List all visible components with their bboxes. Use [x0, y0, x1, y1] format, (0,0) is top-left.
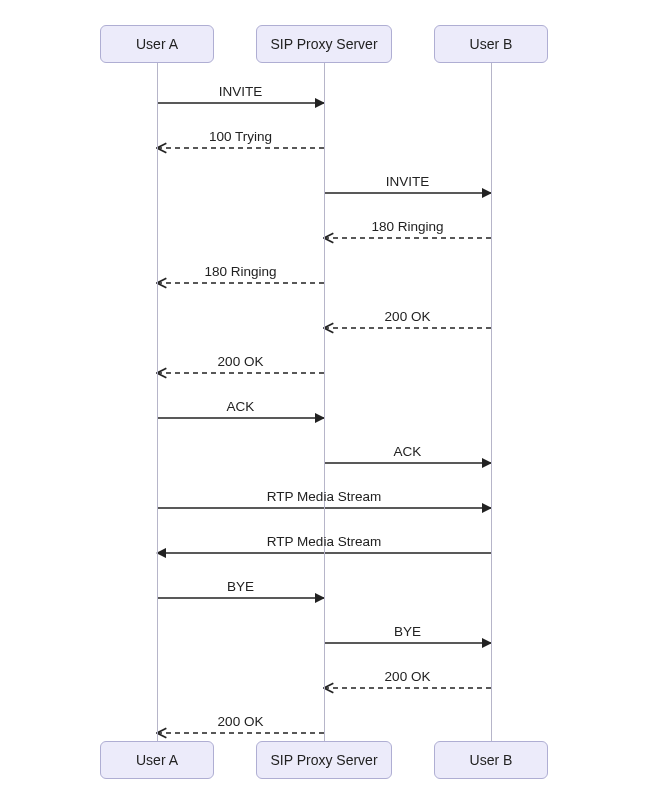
- participant-user-a-bottom: User A: [100, 741, 214, 779]
- participant-label: User A: [136, 36, 178, 52]
- message-label: BYE: [227, 579, 254, 594]
- participant-label: SIP Proxy Server: [270, 752, 377, 768]
- message-label: INVITE: [219, 84, 263, 99]
- participant-user-b-top: User B: [434, 25, 548, 63]
- lifeline-sip-proxy: [324, 63, 325, 741]
- sequence-diagram: User AUser ASIP Proxy ServerSIP Proxy Se…: [0, 0, 653, 800]
- message-label: INVITE: [386, 174, 430, 189]
- message-label: 180 Ringing: [204, 264, 276, 279]
- message-label: ACK: [227, 399, 255, 414]
- message-label: BYE: [394, 624, 421, 639]
- message-label: RTP Media Stream: [267, 489, 381, 504]
- message-label: 200 OK: [385, 669, 431, 684]
- message-label: 200 OK: [218, 714, 264, 729]
- participant-user-b-bottom: User B: [434, 741, 548, 779]
- message-label: 100 Trying: [209, 129, 272, 144]
- message-label: RTP Media Stream: [267, 534, 381, 549]
- participant-label: User A: [136, 752, 178, 768]
- participant-user-a-top: User A: [100, 25, 214, 63]
- participant-sip-proxy-bottom: SIP Proxy Server: [256, 741, 392, 779]
- message-label: 200 OK: [385, 309, 431, 324]
- participant-label: User B: [470, 752, 513, 768]
- participant-sip-proxy-top: SIP Proxy Server: [256, 25, 392, 63]
- arrows-layer: [0, 0, 653, 800]
- participant-label: User B: [470, 36, 513, 52]
- participant-label: SIP Proxy Server: [270, 36, 377, 52]
- message-label: 180 Ringing: [371, 219, 443, 234]
- message-label: ACK: [394, 444, 422, 459]
- message-label: 200 OK: [218, 354, 264, 369]
- lifeline-user-a: [157, 63, 158, 741]
- lifeline-user-b: [491, 63, 492, 741]
